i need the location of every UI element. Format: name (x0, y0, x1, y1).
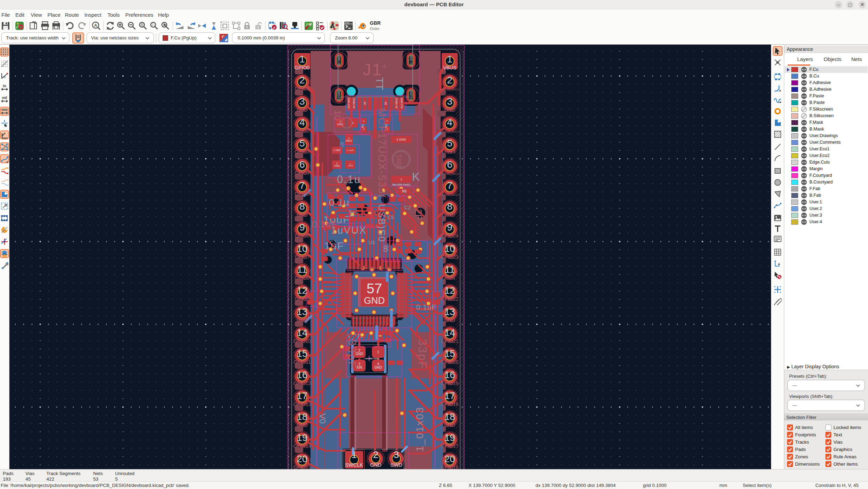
svg-text:GPIO17: GPIO17 (441, 443, 459, 449)
svg-text:S1 GND: S1 GND (409, 90, 413, 101)
svg-text:8: 8 (447, 201, 452, 212)
svg-text:VBUS: VBUS (345, 140, 352, 142)
svg-text:GPIO26_ADC0: GPIO26_ADC0 (440, 193, 459, 196)
svg-text:2: 2 (401, 178, 402, 181)
svg-text:17: 17 (444, 390, 455, 401)
svg-text:A9 VBUS: A9 VBUS (353, 98, 355, 108)
svg-text:14: 14 (297, 327, 307, 338)
svg-text:GND: GND (297, 422, 307, 428)
svg-text:GPIO19: GPIO19 (441, 381, 459, 386)
svg-text:7: 7 (447, 180, 452, 191)
svg-text:2: 2 (363, 128, 365, 130)
svg-text:SWCLK: SWCLK (345, 462, 363, 468)
svg-text:1: 1 (299, 54, 305, 65)
svg-text:RUN: RUN (444, 275, 455, 281)
svg-text:1uVUX: 1uVUX (331, 225, 367, 236)
svg-text:20: 20 (444, 453, 455, 464)
svg-text:GND: GND (444, 212, 455, 218)
svg-text:33pF: 33pF (416, 339, 429, 369)
svg-text:J1: J1 (363, 60, 383, 79)
svg-text:4: 4 (447, 117, 452, 128)
svg-text:+3V3: +3V3 (444, 149, 455, 155)
svg-text:8: 8 (299, 201, 305, 212)
svg-text:GPIO11: GPIO11 (293, 359, 311, 365)
svg-text:3: 3 (447, 96, 452, 107)
svg-text:S1 GND: S1 GND (337, 90, 341, 101)
svg-text:GPIO13: GPIO13 (293, 401, 311, 407)
svg-text:GND: GND (334, 165, 340, 167)
svg-text:TT: TT (374, 77, 386, 90)
svg-text:in: in (3, 84, 6, 88)
svg-text:16: 16 (297, 369, 307, 380)
svg-text:GPIO3: GPIO3 (295, 149, 310, 155)
svg-text:GPIO8: GPIO8 (295, 275, 310, 281)
svg-text:GPIO7: GPIO7 (295, 254, 310, 260)
svg-text:mm: mm (1, 108, 8, 112)
svg-text:R1: R1 (361, 124, 365, 128)
svg-text:3: 3 (394, 450, 399, 460)
svg-text:1: 1 (352, 121, 354, 125)
svg-text:13: 13 (444, 306, 455, 317)
svg-text:11: 11 (297, 264, 307, 275)
svg-text:A4 VBUS: A4 VBUS (395, 98, 398, 108)
svg-text:K: K (412, 170, 420, 183)
svg-text:SWD: SWD (390, 462, 402, 468)
svg-text:5: 5 (299, 138, 305, 149)
svg-text:R6: R6 (402, 189, 407, 193)
svg-text:0.1u: 0.1u (337, 173, 361, 186)
svg-text:mil: mil (2, 96, 7, 100)
svg-text:3: 3 (348, 137, 350, 140)
svg-text:1_01x03: 1_01x03 (414, 407, 425, 452)
svg-text:13: 13 (297, 306, 307, 317)
svg-text:19: 19 (444, 432, 455, 443)
svg-text:12: 12 (444, 285, 455, 296)
svg-text:C9: C9 (388, 215, 394, 220)
svg-text:6: 6 (299, 159, 305, 170)
svg-text:GPIO4: GPIO4 (295, 170, 310, 176)
svg-text:GND: GND (444, 422, 455, 428)
svg-text:GPIO18: GPIO18 (441, 401, 459, 407)
svg-text:1 GND: 1 GND (333, 149, 341, 151)
svg-text:B8: B8 (384, 102, 387, 105)
svg-text:GND: GND (364, 295, 385, 306)
svg-text:18: 18 (297, 411, 307, 422)
svg-text:VBUS: VBUS (443, 65, 456, 70)
svg-text:C2: C2 (404, 204, 411, 210)
svg-text:0.1u: 0.1u (329, 197, 350, 208)
svg-text:GPIO1: GPIO1 (295, 86, 310, 91)
svg-text:GPIO20: GPIO20 (441, 359, 459, 365)
svg-text:57: 57 (367, 281, 382, 296)
svg-text:GPIO22: GPIO22 (441, 296, 459, 302)
svg-text:1 GND: 1 GND (396, 138, 406, 141)
svg-text:A: A (94, 23, 97, 28)
svg-text:16: 16 (444, 369, 455, 380)
svg-text:U3: U3 (368, 240, 375, 245)
svg-text:3: 3 (299, 96, 305, 107)
svg-text:2 +3V3: 2 +3V3 (347, 149, 354, 151)
svg-text:2: 2 (336, 162, 338, 165)
svg-text:0.1uF: 0.1uF (416, 303, 437, 311)
svg-text:19: 19 (297, 432, 307, 443)
svg-text:GPIO0: GPIO0 (295, 65, 310, 70)
svg-text:Net-(E30-PadD): Net-(E30-PadD) (364, 358, 379, 360)
svg-text:33pF: 33pF (346, 339, 359, 369)
svg-text:GPIO14: GPIO14 (293, 443, 311, 449)
svg-text:GPIO10: GPIO10 (293, 338, 311, 344)
svg-text:14: 14 (444, 327, 455, 338)
svg-text:GPIO23: GPIO23 (441, 254, 459, 260)
svg-text:A8: A8 (364, 102, 366, 105)
svg-text:GPIO28_ADC2: GPIO28_ADC2 (440, 130, 459, 133)
svg-text:6: 6 (447, 159, 452, 170)
svg-text:2: 2 (299, 75, 305, 85)
svg-text:USB)S0: USB)S0 (376, 204, 387, 242)
svg-text:GPIO24: GPIO24 (441, 233, 459, 239)
svg-text:12: 12 (297, 285, 307, 296)
svg-text:θ: θ (4, 75, 6, 79)
svg-text:GPIO16: GPIO16 (441, 465, 459, 469)
svg-text:1: 1 (447, 54, 452, 65)
svg-text:+3V3: +3V3 (348, 165, 353, 167)
svg-text:GND: GND (374, 366, 382, 369)
svg-text:GPIO2: GPIO2 (295, 128, 310, 134)
svg-text:17: 17 (297, 390, 307, 401)
svg-text:2: 2 (373, 450, 378, 460)
